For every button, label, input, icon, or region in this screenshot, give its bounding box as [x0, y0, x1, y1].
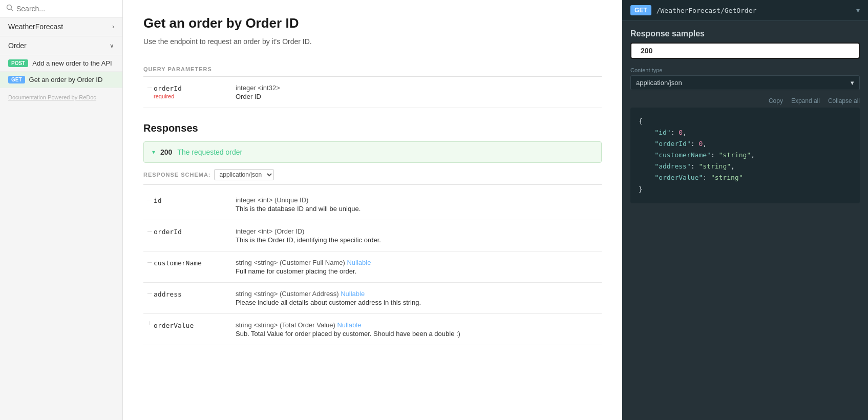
param-type: integer <int32>	[236, 84, 602, 92]
field-name: orderId	[154, 228, 182, 236]
field-name: id	[154, 197, 162, 204]
response-samples-title: Response samples	[622, 21, 868, 43]
tree-line: ─	[147, 227, 152, 235]
field-type: integer <int> (Unique ID)	[236, 196, 602, 204]
param-row-orderid: ─ orderId required integer <int32> Order…	[143, 77, 602, 108]
tree-line: ─	[147, 259, 152, 266]
collapse-all-button[interactable]: Collapse all	[828, 97, 860, 104]
sidebar-sub-item-label: Add a new order to the API	[32, 59, 112, 67]
schema-row-customername: ─ customerName string <string> (Customer…	[143, 251, 602, 283]
content-type-select[interactable]: application/json	[214, 169, 274, 180]
field-name: address	[154, 290, 182, 298]
tree-line: ─	[147, 84, 152, 91]
response-description: The requested order	[177, 148, 242, 156]
tree-line: ─	[147, 290, 152, 297]
chevron-down-icon: ▾	[851, 79, 854, 87]
response-schema-label: RESPONSE SCHEMA: application/json	[143, 169, 602, 185]
content-type-bar: Content type application/json ▾	[622, 65, 868, 94]
status-200-button[interactable]: 200	[630, 43, 860, 59]
tree-line: ─	[147, 196, 152, 203]
schema-row-id: ─ id integer <int> (Unique ID) This is t…	[143, 189, 602, 220]
sidebar-item-get-order[interactable]: GET Get an order by Order ID	[0, 72, 122, 88]
field-name: orderValue	[154, 322, 194, 329]
field-description: This is the Order ID, identifying the sp…	[236, 236, 602, 244]
json-actions: Copy Expand all Collapse all	[622, 94, 868, 108]
sidebar-item-order[interactable]: Order ∨	[0, 36, 122, 55]
schema-row-ordervalue: └─ orderValue string <string> (Total Ord…	[143, 314, 602, 345]
json-sample-block: { "id": 0, "orderId": 0, "customerName":…	[630, 108, 860, 203]
copy-button[interactable]: Copy	[769, 97, 783, 104]
field-description: This is the database ID and will be uniq…	[236, 205, 602, 213]
page-title: Get an order by Order ID	[143, 15, 602, 31]
method-bar: GET /WeatherForecast/GetOrder ▾	[622, 0, 868, 21]
param-description: Order ID	[236, 93, 602, 100]
schema-rows: ─ id integer <int> (Unique ID) This is t…	[143, 189, 602, 345]
param-required: required	[154, 93, 236, 99]
schema-row-address: ─ address string <string> (Customer Addr…	[143, 283, 602, 314]
powered-by: Documentation Powered by ReDoc	[0, 88, 122, 107]
sidebar-item-weatherforecast[interactable]: WeatherForecast ›	[0, 17, 122, 36]
search-bar[interactable]	[0, 0, 122, 17]
content-type-dropdown[interactable]: application/json ▾	[630, 75, 860, 90]
field-description: Sub. Total Value for order placed by cus…	[236, 330, 602, 338]
query-params-label: QUERY PARAMETERS	[143, 60, 602, 77]
schema-row-orderid: ─ orderId integer <int> (Order ID) This …	[143, 220, 602, 251]
main-content: Get an order by Order ID Use the endpoin…	[123, 0, 622, 420]
responses-title: Responses	[143, 122, 602, 134]
expand-all-button[interactable]: Expand all	[791, 97, 820, 104]
right-panel: GET /WeatherForecast/GetOrder ▾ Response…	[622, 0, 868, 420]
chevron-right-icon: ›	[112, 23, 114, 30]
method-path: /WeatherForecast/GetOrder	[657, 7, 851, 14]
sidebar-item-label: Order	[8, 41, 27, 50]
nullable-label: Nullable	[347, 259, 371, 266]
sidebar-item-post-order[interactable]: POST Add a new order to the API	[0, 55, 122, 72]
field-name: customerName	[154, 259, 202, 267]
sidebar-item-label: WeatherForecast	[8, 23, 63, 31]
page-description: Use the endpoint to request an order by …	[143, 37, 602, 46]
method-badge: GET	[630, 5, 651, 15]
chevron-down-icon: ∨	[110, 42, 114, 49]
param-name: orderId	[154, 85, 182, 92]
sidebar: WeatherForecast › Order ∨ POST Add a new…	[0, 0, 123, 420]
redoc-link[interactable]: Documentation Powered by ReDoc	[8, 94, 96, 100]
response-code: 200	[160, 148, 172, 156]
post-badge: POST	[8, 59, 28, 67]
chevron-down-icon[interactable]: ▾	[856, 6, 860, 14]
field-type: integer <int> (Order ID)	[236, 227, 602, 235]
svg-line-1	[11, 9, 13, 11]
sidebar-sub-item-label: Get an order by Order ID	[29, 76, 103, 83]
nullable-label: Nullable	[337, 321, 361, 329]
field-type: string <string> (Customer Address) Nulla…	[236, 290, 602, 298]
get-badge: GET	[8, 76, 25, 83]
field-type: string <string> (Customer Full Name) Nul…	[236, 259, 602, 266]
response-200-bar[interactable]: ▾ 200 The requested order	[143, 141, 602, 163]
svg-point-0	[7, 5, 12, 10]
field-description: Please include all details about custome…	[236, 299, 602, 306]
content-type-label: Content type	[630, 67, 860, 73]
search-input[interactable]	[16, 5, 116, 13]
nullable-label: Nullable	[341, 290, 365, 298]
field-type: string <string> (Total Order Value) Null…	[236, 321, 602, 329]
tree-line: └─	[147, 321, 156, 328]
field-description: Full name for customer placing the order…	[236, 267, 602, 275]
content-type-value: application/json	[636, 79, 682, 87]
search-icon	[6, 4, 13, 13]
chevron-down-icon: ▾	[152, 149, 155, 156]
